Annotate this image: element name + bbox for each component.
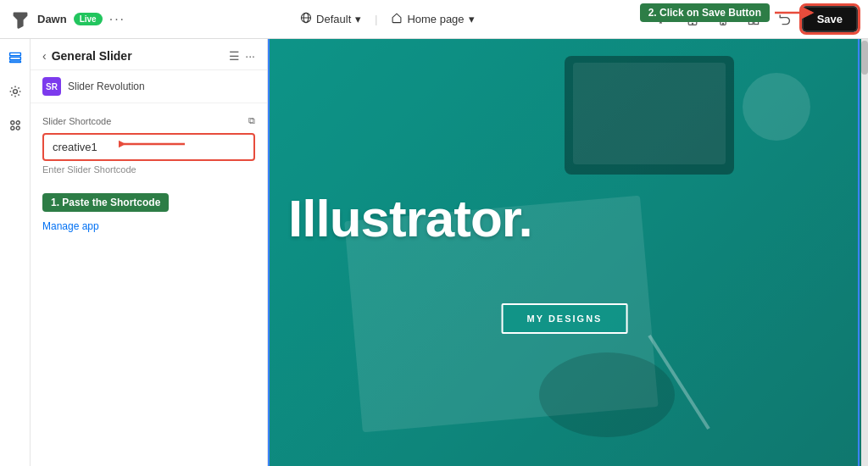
plugin-row: SR Slider Revolution [31,70,267,103]
topbar-right: Save [649,6,858,32]
manage-app-link[interactable]: Manage app [42,220,255,232]
topbar-more-btn[interactable]: ··· [109,12,125,27]
svg-rect-27 [573,63,726,164]
sidebar-title: General Slider [52,49,225,63]
canvas-cta-button[interactable]: MY DESIGNS [502,303,628,334]
tablet-icon[interactable] [680,7,705,32]
svg-point-8 [692,23,693,24]
section-label-text: Slider Shortcode [42,116,111,126]
svg-point-22 [10,126,14,130]
undo-btn[interactable] [771,7,797,32]
svg-rect-13 [748,19,753,24]
paste-annotation-wrap: 1. Paste the Shortcode [42,186,255,212]
sidebar-header: ‹ General Slider ☰ ··· [31,39,267,70]
svg-point-19 [13,90,17,94]
canvas-border-left [268,39,270,466]
sidebar-more-icon[interactable]: ··· [245,49,255,63]
shortcode-input-wrap: Enter Slider Shortcode [42,133,255,175]
live-badge: Live [74,13,103,25]
shortcode-section: Slider Shortcode ⧉ Enter Slider Shortcod… [31,103,267,212]
page-scrollbar[interactable] [861,39,868,466]
site-name: Dawn [37,13,67,25]
default-label: Default [316,13,351,25]
input-arrow-icon [119,129,186,159]
copy-icon[interactable]: ⧉ [248,115,255,126]
icon-rail [0,39,31,466]
svg-point-23 [16,126,19,130]
save-button[interactable]: Save [802,6,858,32]
svg-point-20 [10,121,14,125]
svg-rect-4 [665,17,667,21]
input-hint: Enter Slider Shortcode [42,164,255,175]
sidebar-menu-icon[interactable]: ☰ [229,49,240,63]
main-content: ‹ General Slider ☰ ··· SR Slider Revolut… [0,39,868,466]
svg-rect-16 [9,53,20,55]
topbar: Dawn Live ··· Default ▾ | Home page ▾ [0,0,868,39]
rail-settings-icon[interactable] [5,81,25,102]
scrollbar-thumb[interactable] [861,41,868,75]
sidebar-header-icons: ☰ ··· [229,49,255,63]
svg-rect-17 [9,57,20,59]
store-icon[interactable] [10,9,31,30]
paste-annotation: 1. Paste the Shortcode [42,193,169,212]
homepage-selector[interactable]: Home page ▾ [384,8,481,30]
devices-icon[interactable] [649,7,675,32]
mobile-icon[interactable] [710,7,736,32]
home-icon [391,12,403,26]
default-selector[interactable]: Default ▾ [293,8,368,30]
svg-rect-3 [656,15,664,21]
plugin-name: Slider Revolution [68,80,145,92]
section-label: Slider Shortcode ⧉ [42,115,255,126]
rail-sections-icon[interactable] [5,47,25,68]
plugin-logo: SR [42,77,61,96]
nav-separator: | [375,14,377,25]
canvas: Illustrator. MY DESIGNS [268,39,861,466]
canvas-border-right [858,39,860,466]
grid-icon[interactable] [741,7,766,32]
svg-point-10 [722,23,723,24]
default-chevron-icon: ▾ [355,13,361,25]
canvas-visual [268,39,861,466]
topbar-left: Dawn Live ··· [10,9,125,30]
rail-apps-icon[interactable] [5,115,25,136]
homepage-chevron-icon: ▾ [469,13,475,25]
svg-rect-18 [9,61,20,63]
topbar-center: Default ▾ | Home page ▾ [132,8,643,30]
sidebar-panel: ‹ General Slider ☰ ··· SR Slider Revolut… [31,39,268,466]
svg-point-21 [16,121,19,125]
back-button[interactable]: ‹ [42,49,47,63]
globe-icon [300,12,312,26]
svg-point-28 [743,73,810,141]
svg-rect-11 [748,14,753,19]
svg-rect-14 [754,19,758,24]
canvas-headline: Illustrator. [268,192,532,245]
svg-point-30 [539,352,675,437]
homepage-label: Home page [407,13,464,25]
svg-rect-12 [754,14,758,19]
